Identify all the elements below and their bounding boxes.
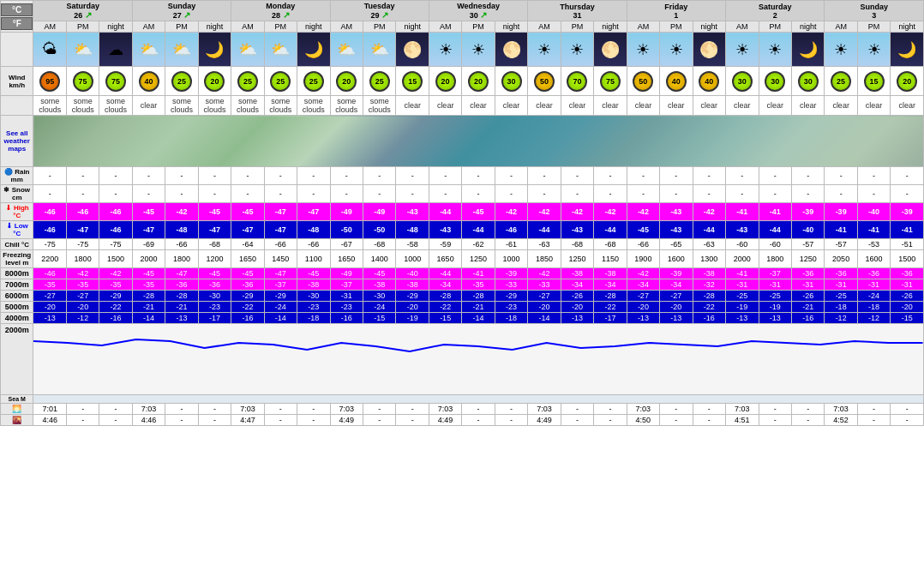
ss-14: -	[495, 415, 527, 426]
snow-16: -	[561, 185, 593, 203]
ss-6: 4:47	[231, 415, 264, 426]
a6-24: -25	[825, 291, 857, 302]
rain-10: -	[363, 167, 395, 185]
fahrenheit-button[interactable]: °F	[1, 17, 33, 30]
icon-fri-am: ☀	[627, 33, 659, 67]
snow-label: ❄ Snowcm	[1, 185, 33, 203]
chill-2: -75	[99, 239, 132, 250]
snow-14: -	[495, 185, 527, 203]
a4-14: -18	[495, 313, 527, 324]
high-17: -42	[594, 203, 627, 221]
sea-level-row: Sea M	[1, 395, 924, 404]
cond-0: someclouds	[33, 96, 66, 116]
a6-4: -28	[165, 291, 198, 302]
a6-13: -28	[462, 291, 495, 302]
wind-24: 25	[825, 67, 857, 96]
high-3: -45	[132, 203, 165, 221]
sr-17: -	[594, 404, 627, 415]
wind-22: 30	[759, 67, 791, 96]
high-12: -44	[429, 203, 461, 221]
freeze-0: 2200	[33, 250, 66, 268]
chill-15: -63	[528, 239, 561, 250]
high-7: -47	[264, 203, 297, 221]
sub-tue-pm: PM	[363, 21, 395, 33]
sr-20: -	[693, 404, 725, 415]
a8-2: -42	[99, 268, 132, 279]
snow-4: -	[165, 185, 198, 203]
cond-11: clear	[396, 96, 429, 116]
sub-fri-am: AM	[627, 21, 659, 33]
rain-24: -	[825, 167, 857, 185]
rain-22: -	[759, 167, 791, 185]
a4-6: -16	[231, 313, 264, 324]
a6-16: -26	[561, 291, 593, 302]
high-24: -39	[825, 203, 857, 221]
ss-24: 4:52	[825, 415, 857, 426]
a7-20: -32	[693, 279, 725, 291]
rain-21: -	[726, 167, 759, 185]
weather-map[interactable]	[33, 116, 924, 167]
a7-15: -33	[528, 279, 561, 291]
high-4: -42	[165, 203, 198, 221]
sr-8: -	[297, 404, 330, 415]
day-header-thu31: Thursday31	[528, 1, 627, 21]
low-2: -46	[99, 221, 132, 239]
celsius-button[interactable]: °C	[1, 3, 33, 16]
icon-mon-pm: ⛅	[264, 33, 297, 67]
sub-wed-am: AM	[429, 21, 461, 33]
sr-18: 7:03	[627, 404, 659, 415]
chill-10: -68	[363, 239, 395, 250]
ss-19: -	[660, 415, 693, 426]
cond-26: clear	[891, 96, 924, 116]
rain-23: -	[791, 167, 824, 185]
ss-3: 4:46	[132, 415, 165, 426]
a4-18: -13	[627, 313, 659, 324]
snow-12: -	[429, 185, 461, 203]
freeze-7: 1450	[264, 250, 297, 268]
a5-13: -21	[462, 302, 495, 313]
wind-26: 20	[891, 67, 924, 96]
rain-19: -	[660, 167, 693, 185]
a8-24: -36	[825, 268, 857, 279]
wind-20: 40	[693, 67, 725, 96]
rain-14: -	[495, 167, 527, 185]
a7-8: -38	[297, 279, 330, 291]
sr-12: 7:03	[429, 404, 461, 415]
chill-20: -63	[693, 239, 725, 250]
sunrise-label: 🌅	[1, 404, 33, 415]
sr-3: 7:03	[132, 404, 165, 415]
map-label[interactable]: See allweathermaps	[1, 116, 33, 167]
chill-18: -66	[627, 239, 659, 250]
sub-sun-am: AM	[132, 21, 165, 33]
a8-3: -45	[132, 268, 165, 279]
a6-3: -28	[132, 291, 165, 302]
a6-2: -29	[99, 291, 132, 302]
a5-3: -21	[132, 302, 165, 313]
freeze-14: 1000	[495, 250, 527, 268]
wind-12: 20	[429, 67, 461, 96]
day-header-mon28: Monday28 ↗	[231, 1, 330, 21]
a5-21: -19	[726, 302, 759, 313]
sub-tue-am: AM	[330, 21, 363, 33]
low-26: -41	[891, 221, 924, 239]
a8-26: -36	[891, 268, 924, 279]
a6-7: -29	[264, 291, 297, 302]
wind-14: 30	[495, 67, 527, 96]
freeze-11: 1000	[396, 250, 429, 268]
chill-5: -68	[198, 239, 231, 250]
alt6000-row: 6000m -27-27-29 -28-28-30 -29-29-30 -31-…	[1, 291, 924, 302]
chill-9: -67	[330, 239, 363, 250]
sr-16: -	[561, 404, 593, 415]
high-13: -45	[462, 203, 495, 221]
a4-24: -12	[825, 313, 857, 324]
day-header-sat2: Saturday2	[726, 1, 825, 21]
a5-7: -24	[264, 302, 297, 313]
icon-sun3-night: 🌙	[891, 33, 924, 67]
low-6: -47	[231, 221, 264, 239]
freeze-13: 1250	[462, 250, 495, 268]
sr-19: -	[660, 404, 693, 415]
alt2000-label: 2000m	[1, 324, 33, 395]
sr-11: -	[396, 404, 429, 415]
icon-sun-am: ⛅	[132, 33, 165, 67]
chill-11: -58	[396, 239, 429, 250]
